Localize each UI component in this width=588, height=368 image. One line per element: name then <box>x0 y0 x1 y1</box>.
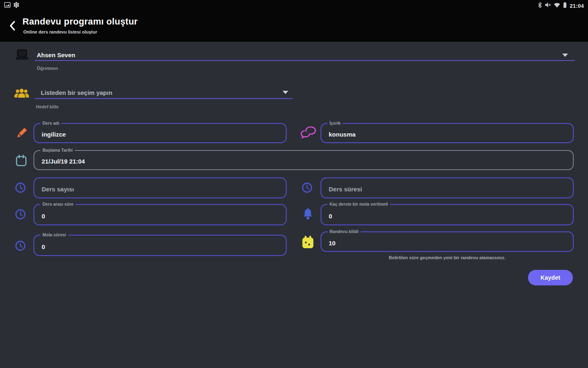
audience-underline <box>35 98 293 99</box>
screen: 21:04 Randevu programı oluştur Online de… <box>0 0 588 368</box>
page-title: Randevu programı oluştur <box>22 16 138 27</box>
content-field-wrap: İçerik <box>321 123 574 143</box>
teacher-helper-label: Öğretmen <box>37 66 58 71</box>
chevron-down-icon <box>562 54 568 57</box>
battery-icon <box>563 2 567 10</box>
audience-helper-label: Hedef kitle <box>36 104 59 109</box>
content-input[interactable] <box>321 124 573 142</box>
people-group-icon <box>14 88 29 101</box>
header-block: 21:04 Randevu programı oluştur Online de… <box>0 0 588 42</box>
status-bar: 21:04 <box>0 0 588 11</box>
bluetooth-icon <box>538 2 542 10</box>
break-duration-input[interactable] <box>34 236 286 255</box>
teacher-underline <box>35 60 575 61</box>
page-subtitle: Online ders randevu listesi oluştur <box>23 29 97 34</box>
lesson-duration-field-wrap <box>321 177 574 198</box>
flower-notification-icon <box>13 2 20 10</box>
back-button[interactable] <box>7 20 18 33</box>
break-duration-field-wrap: Mola süresi <box>33 235 287 256</box>
lesson-name-field-wrap: Ders adı <box>33 123 287 143</box>
status-right-icons: 21:04 <box>538 2 584 10</box>
lesson-count-input[interactable] <box>34 178 286 197</box>
lesson-name-input[interactable] <box>34 124 286 142</box>
wifi-icon <box>554 2 560 9</box>
clock-icon <box>301 182 313 195</box>
clock-icon <box>15 209 26 222</box>
status-left-icons <box>4 2 20 10</box>
save-button[interactable]: Kaydet <box>528 270 573 285</box>
lesson-duration-input[interactable] <box>321 178 573 197</box>
pencil-icon <box>15 126 28 142</box>
calendar-yellow-icon <box>302 236 314 251</box>
calendar-icon <box>16 155 27 168</box>
clock-icon <box>15 182 26 195</box>
start-date-input[interactable] <box>34 151 573 169</box>
status-clock: 21:04 <box>570 3 584 9</box>
break-frequency-field-wrap: Kaç derste bir mola verilmeli <box>321 204 574 225</box>
chevron-down-icon <box>283 91 288 94</box>
app-bar: Randevu programı oluştur Online ders ran… <box>0 11 588 42</box>
audience-select-placeholder: Listeden bir seçim yapın <box>41 89 112 96</box>
appointment-lock-input[interactable] <box>321 232 573 251</box>
chat-bubbles-icon <box>300 126 316 141</box>
start-date-field-wrap: Başlama Tarihi <box>33 150 574 170</box>
break-gap-input[interactable] <box>34 205 286 224</box>
volume-muted-icon <box>545 2 551 9</box>
appointment-lock-helper: Belirtilen süre geçmeden yeni bir randev… <box>321 255 574 260</box>
clock-icon <box>15 240 26 253</box>
break-gap-field-wrap: Ders arası süre <box>33 204 287 225</box>
laptop-icon <box>16 49 29 62</box>
screenshot-icon <box>4 2 11 9</box>
teacher-select-value: Ahsen Seven <box>37 52 75 58</box>
bell-icon <box>303 208 313 222</box>
appointment-lock-field-wrap: Randevu kilidi <box>321 231 574 252</box>
break-frequency-input[interactable] <box>321 205 573 224</box>
lesson-count-field-wrap <box>33 177 287 198</box>
chevron-left-icon <box>9 26 16 32</box>
